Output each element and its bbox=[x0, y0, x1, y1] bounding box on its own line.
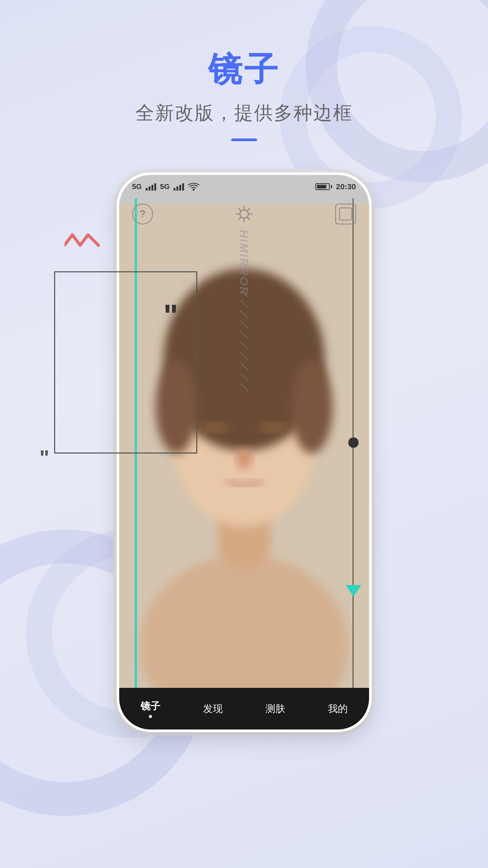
help-icon: ? bbox=[140, 209, 145, 219]
network-5g-right: 5G bbox=[160, 183, 170, 191]
svg-line-20 bbox=[240, 300, 248, 308]
svg-line-22 bbox=[240, 321, 248, 329]
svg-point-8 bbox=[193, 188, 195, 191]
app-subtitle: 全新改版，提供多种边框 bbox=[135, 100, 353, 125]
svg-rect-3 bbox=[154, 183, 156, 191]
nav-item-skin[interactable]: 测肤 bbox=[244, 702, 306, 715]
svg-rect-4 bbox=[173, 188, 175, 191]
wifi-icon bbox=[188, 183, 199, 191]
title-divider bbox=[231, 138, 257, 141]
svg-rect-6 bbox=[179, 185, 181, 191]
svg-line-26 bbox=[240, 363, 248, 370]
nav-label-skin: 测肤 bbox=[265, 702, 285, 715]
deco-frame-outer: " bbox=[54, 271, 197, 454]
time-display: 20:30 bbox=[336, 182, 356, 191]
page-content: 镜子 全新改版，提供多种边框 " 5G bbox=[0, 0, 488, 868]
mirror-toolbar: ? bbox=[119, 198, 369, 229]
status-left: 5G 5G bbox=[132, 183, 200, 191]
nav-active-dot bbox=[149, 715, 152, 718]
ruler-right-line bbox=[353, 198, 353, 730]
svg-line-24 bbox=[240, 342, 248, 349]
svg-line-37 bbox=[239, 218, 240, 219]
svg-line-35 bbox=[248, 218, 250, 219]
ruler-handle[interactable] bbox=[348, 437, 359, 448]
svg-point-18 bbox=[236, 448, 252, 469]
svg-rect-7 bbox=[182, 183, 184, 191]
bottom-navigation: 镜子 发现 测肤 我的 bbox=[119, 688, 369, 730]
svg-rect-0 bbox=[146, 188, 148, 191]
nav-label-mirror: 镜子 bbox=[140, 700, 160, 713]
ruler-arrow[interactable] bbox=[346, 585, 361, 597]
brightness-icon bbox=[235, 205, 253, 223]
phone-mockup-container: " 5G 5G bbox=[88, 172, 400, 784]
signal-icon-2 bbox=[173, 183, 184, 191]
svg-point-16 bbox=[201, 423, 230, 432]
zigzag-decoration bbox=[65, 229, 106, 251]
quote-mark-outer: " bbox=[39, 447, 50, 468]
svg-point-15 bbox=[291, 360, 333, 454]
svg-line-36 bbox=[248, 209, 250, 210]
header-section: 镜子 全新改版，提供多种边框 bbox=[135, 47, 353, 141]
svg-line-28 bbox=[240, 383, 248, 391]
svg-point-29 bbox=[240, 210, 248, 218]
app-title: 镜子 bbox=[135, 47, 353, 93]
screenshot-button[interactable] bbox=[335, 204, 356, 224]
signal-icon bbox=[146, 183, 156, 191]
svg-line-21 bbox=[240, 310, 248, 318]
svg-point-17 bbox=[258, 423, 287, 432]
network-5g-left: 5G bbox=[132, 183, 142, 191]
svg-line-23 bbox=[240, 331, 248, 339]
battery-icon bbox=[316, 183, 332, 190]
status-right: 20:30 bbox=[316, 182, 356, 191]
nav-item-mirror[interactable]: 镜子 bbox=[119, 700, 182, 718]
brightness-button[interactable] bbox=[234, 204, 255, 224]
screenshot-icon bbox=[339, 208, 352, 220]
svg-rect-1 bbox=[149, 186, 151, 191]
nav-item-discover[interactable]: 发现 bbox=[182, 702, 244, 715]
help-button[interactable]: ? bbox=[132, 204, 153, 224]
svg-line-34 bbox=[239, 209, 240, 210]
nav-label-mine: 我的 bbox=[328, 702, 348, 715]
nav-label-discover: 发现 bbox=[203, 702, 223, 715]
status-bar: 5G 5G bbox=[119, 175, 369, 198]
svg-rect-5 bbox=[176, 186, 178, 191]
svg-line-25 bbox=[240, 352, 248, 360]
nav-item-mine[interactable]: 我的 bbox=[306, 702, 369, 715]
himirror-watermark: HiMIRROR bbox=[237, 229, 251, 296]
svg-line-27 bbox=[240, 373, 248, 381]
ruler-ticks bbox=[239, 289, 249, 395]
svg-line-19 bbox=[240, 289, 248, 297]
svg-rect-2 bbox=[152, 185, 153, 191]
